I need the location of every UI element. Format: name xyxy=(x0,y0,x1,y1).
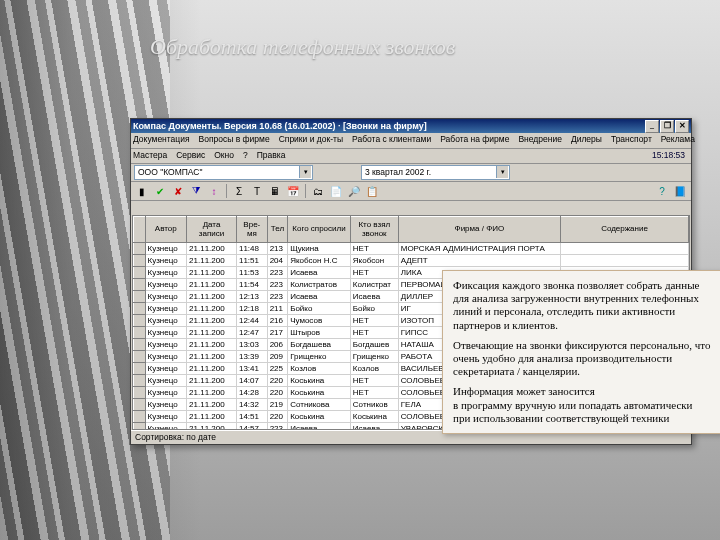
cell[interactable]: Кузнецо xyxy=(145,387,187,399)
cell[interactable]: Кузнецо xyxy=(145,303,187,315)
cell[interactable]: 21.11.200 xyxy=(187,267,237,279)
cell[interactable]: 14:51 xyxy=(236,411,267,423)
cell[interactable]: 12:47 xyxy=(236,327,267,339)
menu-item[interactable]: Окно xyxy=(214,150,234,163)
cell[interactable]: 12:44 xyxy=(236,315,267,327)
cell[interactable]: Сотникова xyxy=(288,399,351,411)
cell[interactable]: Козлов xyxy=(350,363,398,375)
cell[interactable]: Исаева xyxy=(288,423,351,431)
close-icon[interactable]: ▮ xyxy=(134,183,150,199)
cell[interactable]: 13:41 xyxy=(236,363,267,375)
cell[interactable]: 14:32 xyxy=(236,399,267,411)
column-header[interactable]: Вре-мя xyxy=(236,217,267,243)
cell[interactable]: Исаева xyxy=(288,291,351,303)
menu-item[interactable]: Правка xyxy=(257,150,286,163)
cell[interactable]: 21.11.200 xyxy=(187,423,237,431)
table-row[interactable]: Кузнецо21.11.20011:51204Якобсон Н.СЯкобс… xyxy=(134,255,689,267)
cell[interactable]: Коськина xyxy=(288,387,351,399)
cell[interactable]: 11:51 xyxy=(236,255,267,267)
cell[interactable]: 21.11.200 xyxy=(187,339,237,351)
ok-icon[interactable]: ✔ xyxy=(152,183,168,199)
calc-icon[interactable]: T xyxy=(249,183,265,199)
cell[interactable]: 21.11.200 xyxy=(187,387,237,399)
menu-item[interactable]: Работа с клиентами xyxy=(352,134,431,148)
cell[interactable]: 213 xyxy=(267,243,288,255)
table-row[interactable]: Кузнецо21.11.20011:48213ЩукинаНЕТМОРСКАЯ… xyxy=(134,243,689,255)
cell[interactable]: 12:18 xyxy=(236,303,267,315)
cell[interactable]: Колистратов xyxy=(288,279,351,291)
period-combo[interactable]: 3 квартал 2002 г. xyxy=(361,165,510,180)
cell[interactable]: Сотников xyxy=(350,399,398,411)
calendar-icon[interactable]: 📅 xyxy=(285,183,301,199)
cell[interactable]: Чумосов xyxy=(288,315,351,327)
cell[interactable]: Козлов xyxy=(288,363,351,375)
cell[interactable]: 220 xyxy=(267,411,288,423)
cell[interactable]: Богдашев xyxy=(350,339,398,351)
cell[interactable]: Бойко xyxy=(288,303,351,315)
cell[interactable]: Кузнецо xyxy=(145,255,187,267)
cell[interactable]: 21.11.200 xyxy=(187,399,237,411)
cell[interactable]: НЕТ xyxy=(350,243,398,255)
cell[interactable]: Кузнецо xyxy=(145,279,187,291)
book-icon[interactable]: 📘 xyxy=(672,183,688,199)
cell[interactable]: 21.11.200 xyxy=(187,375,237,387)
org-combo[interactable]: ООО "КОМПАС" xyxy=(134,165,313,180)
menu-item[interactable]: Документация xyxy=(133,134,190,148)
cell[interactable]: Кузнецо xyxy=(145,375,187,387)
cell[interactable]: 21.11.200 xyxy=(187,255,237,267)
sort-icon[interactable]: ↕ xyxy=(206,183,222,199)
cell[interactable]: Кузнецо xyxy=(145,327,187,339)
menu-item[interactable]: Реклама xyxy=(661,134,695,148)
cell[interactable]: Коськина xyxy=(350,411,398,423)
max-button[interactable]: ❐ xyxy=(660,120,674,133)
cell[interactable]: 11:48 xyxy=(236,243,267,255)
cell[interactable] xyxy=(561,255,689,267)
cell[interactable]: 21.11.200 xyxy=(187,291,237,303)
cell[interactable]: 21.11.200 xyxy=(187,327,237,339)
cell[interactable]: Кузнецо xyxy=(145,351,187,363)
cell[interactable]: 21.11.200 xyxy=(187,351,237,363)
cell[interactable]: Исаева xyxy=(350,423,398,431)
cell[interactable]: 225 xyxy=(267,363,288,375)
cell[interactable]: 21.11.200 xyxy=(187,243,237,255)
cell[interactable]: Исаева xyxy=(350,291,398,303)
menu-item[interactable]: Сприки и док-ты xyxy=(279,134,343,148)
cancel-icon[interactable]: ✘ xyxy=(170,183,186,199)
column-header[interactable]: Фирма / ФИО xyxy=(398,217,560,243)
cell[interactable]: Коськина xyxy=(288,411,351,423)
arith-icon[interactable]: 🖩 xyxy=(267,183,283,199)
cell[interactable]: Коськина xyxy=(288,375,351,387)
cell[interactable]: 21.11.200 xyxy=(187,303,237,315)
cell[interactable]: АДЕПТ xyxy=(398,255,560,267)
close-button[interactable]: ✕ xyxy=(675,120,689,133)
cell[interactable] xyxy=(561,243,689,255)
cell[interactable]: НЕТ xyxy=(350,315,398,327)
cell[interactable]: 211 xyxy=(267,303,288,315)
cell[interactable]: 223 xyxy=(267,423,288,431)
cell[interactable]: 220 xyxy=(267,375,288,387)
help-icon[interactable]: ? xyxy=(654,183,670,199)
cell[interactable]: 220 xyxy=(267,387,288,399)
cell[interactable]: 12:13 xyxy=(236,291,267,303)
column-header[interactable]: Кого спросили xyxy=(288,217,351,243)
column-header[interactable]: Содержание xyxy=(561,217,689,243)
cell[interactable]: 204 xyxy=(267,255,288,267)
menu-item[interactable]: Мастера xyxy=(133,150,167,163)
cell[interactable]: 13:03 xyxy=(236,339,267,351)
cell[interactable]: Бойко xyxy=(350,303,398,315)
cell[interactable]: Богдашева xyxy=(288,339,351,351)
filter-icon[interactable]: ⧩ xyxy=(188,183,204,199)
cell[interactable]: 209 xyxy=(267,351,288,363)
cell[interactable]: 219 xyxy=(267,399,288,411)
tool-icon[interactable]: 🗂 xyxy=(310,183,326,199)
column-header[interactable]: Дата записи xyxy=(187,217,237,243)
cell[interactable]: Кузнецо xyxy=(145,291,187,303)
sigma-icon[interactable]: Σ xyxy=(231,183,247,199)
menu-item[interactable]: ? xyxy=(243,150,248,163)
cell[interactable]: Якобсон Н.С xyxy=(288,255,351,267)
tool-icon[interactable]: 📄 xyxy=(328,183,344,199)
cell[interactable]: НЕТ xyxy=(350,387,398,399)
cell[interactable]: 11:54 xyxy=(236,279,267,291)
cell[interactable]: НЕТ xyxy=(350,375,398,387)
cell[interactable]: Якобсон xyxy=(350,255,398,267)
